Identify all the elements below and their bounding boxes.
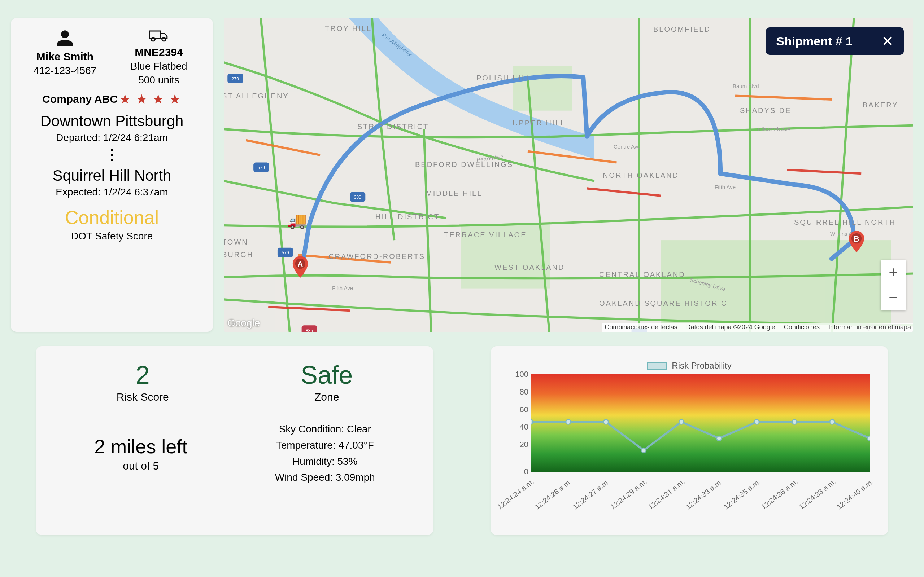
x-tick: 12:24:38 a.m. <box>797 477 837 511</box>
district-label: ST ALLEGHENY <box>224 92 289 100</box>
x-tick: 12:24:27 a.m. <box>571 477 611 511</box>
chart-line <box>531 374 870 466</box>
svg-text:579: 579 <box>281 250 289 255</box>
svg-point-26 <box>754 419 759 424</box>
svg-text:A: A <box>297 260 303 268</box>
chart-x-axis: 12:24:24 a.m.12:24:26 a.m.12:24:27 a.m.1… <box>531 477 870 521</box>
dot-score-label: DOT Safety Score <box>18 230 206 242</box>
weather-wind: Wind Speed: 3.09mph <box>275 469 375 486</box>
map-pin-a[interactable]: A <box>292 256 308 278</box>
zoom-in-button[interactable]: + <box>881 259 906 285</box>
map-shortcuts[interactable]: Combinaciones de teclas <box>604 324 677 331</box>
district-label: CENTRAL OAKLAND <box>599 271 685 279</box>
svg-point-23 <box>641 448 646 453</box>
svg-point-22 <box>604 419 608 424</box>
weather-humidity: Humidity: 53% <box>275 454 375 470</box>
svg-text:380: 380 <box>354 195 361 200</box>
svg-point-24 <box>679 419 683 424</box>
dest-time: Expected: 1/2/24 6:37am <box>18 187 206 198</box>
risk-score-label: Risk Score <box>116 391 169 403</box>
truck-id: MNE2394 <box>112 46 206 58</box>
svg-text:279: 279 <box>232 76 239 82</box>
district-label: BURGH <box>224 251 254 259</box>
map-surface[interactable]: 279 579 380 579 885 376 <box>224 18 913 332</box>
district-label: SHADYSIDE <box>740 106 792 115</box>
map-attribution: Datos del mapa ©2024 Google <box>686 324 775 331</box>
shipment-title: Shipment # 1 <box>776 34 853 48</box>
zoom-controls: + − <box>881 259 906 310</box>
map-report[interactable]: Informar un error en el mapa <box>828 324 911 331</box>
x-tick: 12:24:35 a.m. <box>722 477 762 511</box>
x-tick: 12:24:26 a.m. <box>533 477 573 511</box>
street-label: Centre Ave <box>614 143 640 150</box>
district-label: HILL DISTRICT <box>375 213 439 221</box>
district-label: BEDFORD DWELLINGS <box>415 161 513 169</box>
rating-stars: ★ ★ ★ ★ <box>120 92 181 106</box>
svg-point-21 <box>566 419 571 424</box>
user-icon <box>56 29 74 48</box>
district-label: CRAWFORD-ROBERTS <box>328 253 425 261</box>
company-line: Company ABC ★ ★ ★ ★ <box>18 92 206 106</box>
district-label: BAKERY <box>863 101 898 109</box>
truck-desc: Blue Flatbed <box>112 61 206 72</box>
origin-time: Departed: 1/2/24 6:21am <box>18 132 206 143</box>
x-tick: 12:24:29 a.m. <box>609 477 649 511</box>
zone-value: Safe <box>300 361 353 390</box>
svg-point-27 <box>792 419 797 424</box>
district-label: MIDDLE HILL <box>426 189 482 198</box>
district-label: WEST OAKLAND <box>494 263 565 272</box>
miles-total: out of 5 <box>94 460 187 472</box>
district-label: NORTH OAKLAND <box>603 171 679 180</box>
x-tick: 12:24:36 a.m. <box>760 477 800 511</box>
svg-point-25 <box>717 436 722 441</box>
stats-card: 2 Risk Score Safe Zone 2 miles left out … <box>36 346 433 535</box>
truck-icon <box>149 29 169 43</box>
street-label: Fifth Ave <box>332 285 353 291</box>
weather-temp: Temperature: 47.03°F <box>275 437 375 454</box>
driver-name: Mike Smith <box>18 50 112 63</box>
x-tick: 12:24:31 a.m. <box>646 477 687 511</box>
route-dots-icon: ··· <box>18 148 206 163</box>
truck-marker-icon[interactable]: 🚚 <box>287 211 307 230</box>
dot-score-value: Conditional <box>18 206 206 228</box>
truck-units: 500 units <box>112 74 206 86</box>
svg-text:B: B <box>854 235 859 243</box>
close-icon[interactable]: ✕ <box>881 34 894 48</box>
chart-area: 100806040200 <box>531 374 870 472</box>
risk-score-block: 2 Risk Score <box>116 361 169 403</box>
origin-name: Downtown Pittsburgh <box>18 113 206 130</box>
svg-point-29 <box>867 436 870 441</box>
chart-y-axis: 100806040200 <box>508 374 528 472</box>
weather-sky: Sky Condition: Clear <box>275 421 375 437</box>
risk-score-value: 2 <box>116 361 169 390</box>
map-pin-b[interactable]: B <box>848 231 864 253</box>
district-label: POLISH HILL <box>477 74 532 82</box>
district-label: SQUIRREL HILL NORTH <box>794 218 896 226</box>
risk-chart-card: Risk Probability 100806040200 12:24:24 a… <box>491 346 888 535</box>
district-label: BLOOMFIELD <box>653 25 711 34</box>
truck-col: MNE2394 Blue Flatbed 500 units <box>112 29 206 86</box>
chart-legend: Risk Probability <box>505 361 874 371</box>
legend-label: Risk Probability <box>672 361 731 371</box>
weather-block: Sky Condition: Clear Temperature: 47.03°… <box>275 421 375 486</box>
district-label: STRIP DISTRICT <box>357 122 429 131</box>
zoom-out-button[interactable]: − <box>881 285 906 310</box>
dest-name: Squirrel Hill North <box>18 167 206 184</box>
street-label: Fifth Ave <box>715 184 736 190</box>
district-label: TERRACE VILLAGE <box>444 231 527 239</box>
svg-text:579: 579 <box>257 165 265 170</box>
shipment-badge: Shipment # 1 ✕ <box>766 27 904 55</box>
shipment-info-card: Mike Smith 412-123-4567 MNE2394 Blue Fla… <box>11 18 213 332</box>
driver-phone: 412-123-4567 <box>18 65 112 76</box>
street-label: Ellsworth Ave <box>758 126 790 132</box>
map-footer: Combinaciones de teclas Datos del mapa ©… <box>603 323 913 332</box>
district-label: OAKLAND SQUARE HISTORIC <box>599 299 727 308</box>
driver-col: Mike Smith 412-123-4567 <box>18 29 112 86</box>
svg-rect-3 <box>513 66 572 110</box>
zone-label: Zone <box>300 391 353 403</box>
district-label: UPPER HILL <box>512 119 565 127</box>
svg-point-20 <box>531 419 533 424</box>
map[interactable]: 279 579 380 579 885 376 TROY HILLBLOOMFI… <box>224 18 913 332</box>
map-terms[interactable]: Condiciones <box>784 324 820 331</box>
company-name: Company ABC <box>42 93 118 105</box>
